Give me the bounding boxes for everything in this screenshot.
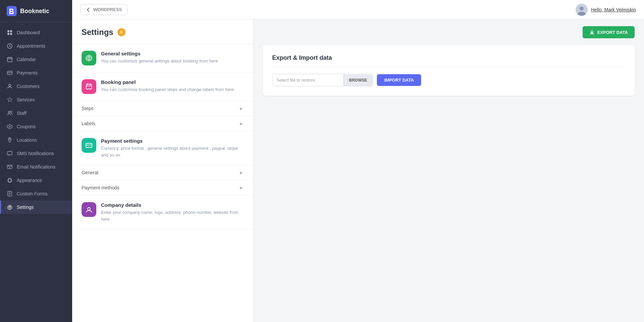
sidebar-item-email-notifications[interactable]: Email Notifications xyxy=(0,160,72,174)
general-settings-card[interactable]: General settings You can customize gener… xyxy=(72,44,253,73)
svg-rect-2 xyxy=(10,30,12,32)
booknetic-logo-icon xyxy=(7,6,17,16)
sidebar-item-customers[interactable]: Customers xyxy=(0,80,72,93)
sidebar-item-coupons-label: Coupons xyxy=(17,124,36,129)
payment-methods-expand-row[interactable]: Payment methods ► xyxy=(72,180,253,195)
company-details-card[interactable]: Company details Enter your company name,… xyxy=(72,195,253,229)
company-details-icon xyxy=(82,202,96,217)
sidebar-item-settings-label: Settings xyxy=(17,204,34,210)
sidebar-item-calendar[interactable]: Calendar xyxy=(0,53,72,66)
sidebar-item-services[interactable]: Services xyxy=(0,93,72,106)
svg-point-16 xyxy=(9,139,10,140)
forms-icon xyxy=(7,191,13,197)
appearance-icon xyxy=(7,177,13,183)
booking-panel-icon xyxy=(82,79,96,94)
company-details-text: Company details Enter your company name,… xyxy=(101,202,244,222)
sidebar-item-staff[interactable]: Staff xyxy=(0,106,72,120)
svg-point-32 xyxy=(88,208,90,210)
email-icon xyxy=(7,164,13,170)
steps-expand-row[interactable]: Steps ► xyxy=(72,101,253,116)
import-data-button[interactable]: IMPORT DATA xyxy=(377,74,421,86)
wordpress-button[interactable]: WORDPRESS xyxy=(80,4,128,15)
right-panel-toolbar: EXPORT DATA xyxy=(253,19,644,45)
svg-rect-29 xyxy=(86,84,92,89)
company-details-header: Company details Enter your company name,… xyxy=(82,202,244,222)
active-indicator xyxy=(0,200,1,214)
svg-rect-17 xyxy=(7,151,12,155)
main-wrapper: WORDPRESS Hello, Mark Velmiskin Settings… xyxy=(72,0,644,322)
general-settings-icon xyxy=(82,51,96,65)
general-settings-title: General settings xyxy=(101,51,218,56)
svg-rect-33 xyxy=(590,34,594,34)
user-greeting: Hello, Mark Velmiskin xyxy=(591,7,636,12)
locations-icon xyxy=(7,137,13,143)
booking-panel-header: Booking panel You can customize booking … xyxy=(82,79,244,94)
svg-point-14 xyxy=(10,111,12,112)
svg-rect-1 xyxy=(7,30,9,32)
sidebar-item-appearance-label: Appearance xyxy=(17,178,42,183)
sms-icon xyxy=(7,150,13,156)
steps-chevron-icon: ► xyxy=(239,106,244,111)
sidebar: Booknetic Dashboard Appointments Calenda… xyxy=(0,0,72,322)
payment-settings-desc: Currency, price format , general setting… xyxy=(101,145,244,158)
company-details-desc: Enter your company name, logo, address, … xyxy=(101,209,244,222)
sidebar-item-dashboard[interactable]: Dashboard xyxy=(0,26,72,39)
general-expand-label: General xyxy=(82,170,98,175)
sidebar-nav: Dashboard Appointments Calendar Payments xyxy=(0,22,72,322)
sidebar-item-appointments-label: Appointments xyxy=(17,43,46,49)
svg-rect-3 xyxy=(7,33,9,35)
settings-badge: 8 xyxy=(117,28,126,36)
topbar: WORDPRESS Hello, Mark Velmiskin xyxy=(72,0,644,19)
booking-panel-desc: You can customize booking panel steps an… xyxy=(101,86,234,93)
payment-methods-chevron-icon: ► xyxy=(239,185,244,190)
export-icon xyxy=(589,30,595,35)
wordpress-button-label: WORDPRESS xyxy=(93,7,122,12)
general-settings-desc: You can customize general settings about… xyxy=(101,58,218,64)
svg-point-26 xyxy=(580,6,584,10)
general-settings-header: General settings You can customize gener… xyxy=(82,51,244,65)
labels-expand-row[interactable]: Labels ► xyxy=(72,116,253,131)
coupons-icon xyxy=(7,124,13,130)
browse-button[interactable]: BROWSE xyxy=(343,75,373,86)
settings-title: Settings xyxy=(82,28,113,37)
dashboard-icon xyxy=(7,30,13,36)
svg-point-12 xyxy=(9,84,11,86)
export-import-title: Export & Import data xyxy=(272,54,625,67)
sidebar-item-payments[interactable]: Payments xyxy=(0,66,72,80)
appointments-icon xyxy=(7,43,13,49)
export-data-button[interactable]: EXPORT DATA xyxy=(583,26,635,38)
payment-settings-header: Payment settings Currency, price format … xyxy=(82,138,244,158)
import-row: Select file to restore BROWSE IMPORT DAT… xyxy=(272,74,625,86)
sidebar-item-appointments[interactable]: Appointments xyxy=(0,39,72,53)
settings-icon xyxy=(7,204,13,210)
svg-rect-6 xyxy=(7,57,12,62)
avatar xyxy=(576,4,588,16)
booking-panel-title: Booking panel xyxy=(101,79,234,85)
customers-icon xyxy=(7,83,13,89)
app-name: Booknetic xyxy=(20,8,49,15)
labels-chevron-icon: ► xyxy=(239,121,244,126)
company-details-title: Company details xyxy=(101,202,244,208)
sidebar-item-locations[interactable]: Locations xyxy=(0,133,72,147)
booking-panel-card[interactable]: Booking panel You can customize booking … xyxy=(72,73,253,101)
topbar-user[interactable]: Hello, Mark Velmiskin xyxy=(576,4,636,16)
sidebar-item-settings[interactable]: Settings xyxy=(0,200,72,214)
payment-methods-label: Payment methods xyxy=(82,185,119,190)
sidebar-item-custom-forms[interactable]: Custom Forms xyxy=(0,187,72,200)
sidebar-item-sms-notifications[interactable]: SMS Notifications xyxy=(0,147,72,160)
payment-settings-card[interactable]: Payment settings Currency, price format … xyxy=(72,131,253,165)
back-arrow-icon xyxy=(86,7,91,12)
calendar-icon xyxy=(7,56,13,62)
export-import-card: Export & Import data Select file to rest… xyxy=(263,45,635,96)
sidebar-item-coupons[interactable]: Coupons xyxy=(0,120,72,133)
booking-panel-text: Booking panel You can customize booking … xyxy=(101,79,234,93)
sidebar-item-dashboard-label: Dashboard xyxy=(17,30,40,35)
general-expand-row[interactable]: General ► xyxy=(72,165,253,180)
payment-settings-title: Payment settings xyxy=(101,138,244,144)
sidebar-item-appearance[interactable]: Appearance xyxy=(0,174,72,187)
settings-header: Settings 8 xyxy=(72,19,253,44)
general-chevron-icon: ► xyxy=(239,170,244,175)
svg-point-13 xyxy=(8,111,10,113)
sidebar-item-custom-forms-label: Custom Forms xyxy=(17,191,48,196)
general-settings-text: General settings You can customize gener… xyxy=(101,51,218,64)
